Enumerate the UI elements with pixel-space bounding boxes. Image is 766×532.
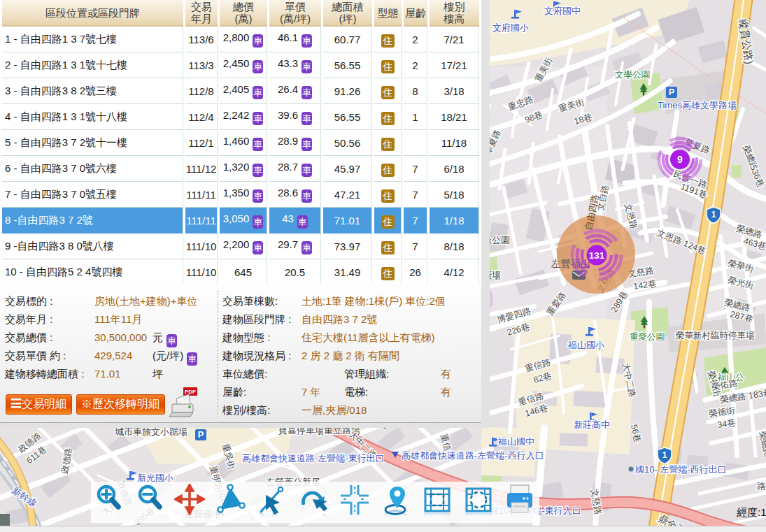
svg-text:福山國中: 福山國中 [497, 436, 534, 447]
svg-text:文學公園: 文學公園 [615, 70, 650, 80]
svg-text:P: P [198, 429, 204, 440]
svg-text:9: 9 [677, 154, 683, 165]
svg-text:經度:1: 經度:1 [737, 506, 766, 518]
svg-text:文府國小: 文府國小 [492, 22, 529, 33]
svg-text:P: P [669, 87, 675, 97]
svg-text:新莊高中: 新莊高中 [574, 419, 610, 430]
svg-text:1: 1 [711, 210, 716, 220]
svg-text:131: 131 [589, 250, 605, 261]
svg-text:福山國小: 福山國小 [567, 340, 604, 350]
svg-text:高雄都會快速道路-左營端-東行出口: 高雄都會快速道路-左營端-東行出口 [242, 453, 385, 463]
svg-text:城市車旅文小踞場: 城市車旅文小踞場 [115, 426, 187, 437]
svg-text:重愛公園: 重愛公園 [630, 332, 665, 342]
svg-text:路: 路 [757, 482, 766, 491]
svg-text:Times高雄文學路場: Times高雄文學路場 [658, 100, 737, 110]
svg-text:1: 1 [662, 450, 667, 460]
svg-text:國10- 左營端-西行出口: 國10- 左營端-西行出口 [635, 464, 727, 475]
svg-text:PDF: PDF [185, 389, 196, 395]
svg-text:文府國中: 文府國中 [544, 6, 581, 16]
svg-text:榮華新村臨時停車場: 榮華新村臨時停車場 [676, 331, 755, 340]
svg-text:高雄都會快速道路-左營端-西行入口: 高雄都會快速道路-左營端-西行入口 [402, 450, 544, 461]
